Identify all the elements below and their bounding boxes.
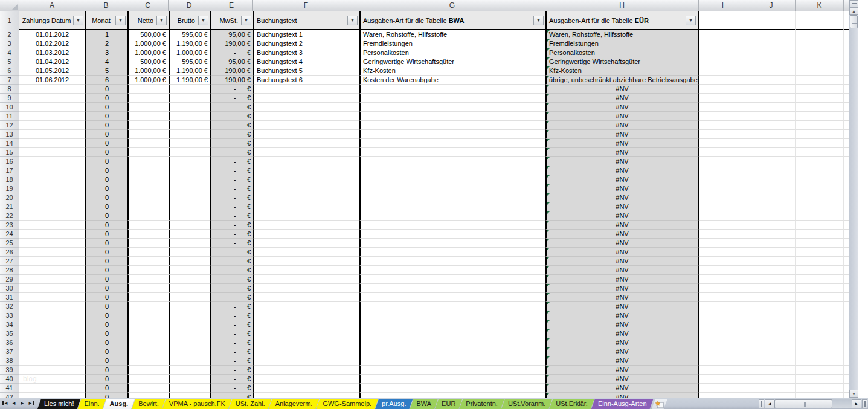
filter-dropdown-icon[interactable]: ▼ xyxy=(241,16,251,25)
cell[interactable]: 190,00 € xyxy=(210,39,253,48)
filter-dropdown-icon[interactable]: ▼ xyxy=(156,16,167,25)
row-header[interactable]: 32 xyxy=(0,302,19,311)
cell[interactable]: 0 xyxy=(85,347,127,356)
cell[interactable] xyxy=(796,157,844,166)
cell[interactable] xyxy=(127,257,169,266)
cell[interactable] xyxy=(253,94,359,103)
cell[interactable] xyxy=(699,221,747,230)
cell-header-monat[interactable]: Monat ▼ xyxy=(85,11,127,30)
cell[interactable] xyxy=(359,121,545,130)
cell[interactable] xyxy=(747,356,796,366)
sheet-tab[interactable]: Anlageverm. xyxy=(269,399,320,409)
cell[interactable] xyxy=(127,347,169,356)
cell[interactable] xyxy=(747,320,796,329)
cell[interactable] xyxy=(127,248,169,257)
cell[interactable] xyxy=(127,184,169,193)
sheet-tab[interactable]: VPMA - pausch.FK xyxy=(162,399,232,409)
row-header[interactable]: 23 xyxy=(0,221,19,230)
cell[interactable]: 0 xyxy=(85,311,127,320)
cell[interactable] xyxy=(796,347,844,356)
cell[interactable] xyxy=(359,375,545,384)
cell[interactable] xyxy=(359,230,545,239)
vertical-scrollbar[interactable]: ▲ ▼ xyxy=(849,0,858,398)
cell[interactable] xyxy=(699,112,747,121)
cell[interactable] xyxy=(359,166,545,175)
cell[interactable] xyxy=(253,266,359,275)
cell[interactable]: 0 xyxy=(85,94,127,103)
cell[interactable] xyxy=(359,221,545,230)
cell[interactable] xyxy=(747,338,796,347)
cell[interactable] xyxy=(699,248,747,257)
cell[interactable]: #NV xyxy=(545,121,699,130)
cell[interactable] xyxy=(19,356,85,366)
cell[interactable]: 500,00 € xyxy=(127,57,169,66)
scroll-left-icon[interactable]: ◄ xyxy=(765,399,774,408)
cell[interactable]: #NV xyxy=(545,320,699,329)
cell[interactable] xyxy=(796,257,844,266)
row-header[interactable]: 4 xyxy=(0,48,19,57)
cell[interactable]: 0 xyxy=(85,130,127,139)
cell[interactable] xyxy=(796,266,844,275)
cell[interactable] xyxy=(747,121,796,130)
cell[interactable]: 0 xyxy=(85,221,127,230)
row-header[interactable]: 6 xyxy=(0,66,19,76)
cell[interactable] xyxy=(796,302,844,311)
cell[interactable] xyxy=(796,338,844,347)
row-header[interactable]: 38 xyxy=(0,356,19,366)
cell[interactable]: - € xyxy=(210,157,253,166)
cell[interactable] xyxy=(169,347,210,356)
cell[interactable]: - € xyxy=(210,311,253,320)
row-header[interactable]: 33 xyxy=(0,311,19,320)
cell[interactable] xyxy=(19,157,85,166)
cell[interactable] xyxy=(359,139,545,148)
cell[interactable]: - € xyxy=(210,175,253,184)
cell[interactable]: Buchungstext 5 xyxy=(253,66,359,76)
cell[interactable]: - € xyxy=(210,239,253,248)
cell[interactable] xyxy=(253,85,359,94)
cell[interactable] xyxy=(796,121,844,130)
cell[interactable]: #NV xyxy=(545,130,699,139)
cell[interactable] xyxy=(359,211,545,221)
cell[interactable] xyxy=(169,356,210,366)
cell[interactable]: - € xyxy=(210,257,253,266)
sheet-tab[interactable]: Bewirt. xyxy=(132,399,166,409)
cell[interactable] xyxy=(359,157,545,166)
row-header[interactable]: 22 xyxy=(0,211,19,221)
cell[interactable]: - € xyxy=(210,112,253,121)
cell[interactable] xyxy=(169,384,210,393)
row-header[interactable]: 15 xyxy=(0,148,19,157)
cell[interactable] xyxy=(253,293,359,302)
cell[interactable] xyxy=(19,284,85,293)
cell[interactable] xyxy=(747,211,796,221)
cell[interactable] xyxy=(253,375,359,384)
cell[interactable] xyxy=(699,375,747,384)
cell[interactable] xyxy=(19,320,85,329)
row-header[interactable]: 27 xyxy=(0,257,19,266)
cell[interactable] xyxy=(19,347,85,356)
cell[interactable] xyxy=(127,366,169,375)
cell[interactable]: 595,00 € xyxy=(169,57,210,66)
cell[interactable] xyxy=(359,393,545,398)
cell[interactable]: 190,00 € xyxy=(210,76,253,85)
cell[interactable] xyxy=(747,30,796,39)
column-header[interactable]: H xyxy=(545,0,699,11)
cell[interactable] xyxy=(747,139,796,148)
cell[interactable]: - € xyxy=(210,139,253,148)
cell[interactable]: #NV xyxy=(545,266,699,275)
cell[interactable] xyxy=(253,338,359,347)
cell[interactable] xyxy=(747,85,796,94)
cell[interactable]: #NV xyxy=(545,366,699,375)
column-header[interactable]: J xyxy=(747,0,796,11)
row-header[interactable]: 21 xyxy=(0,202,19,211)
cell[interactable] xyxy=(359,320,545,329)
cell[interactable]: 0 xyxy=(85,184,127,193)
sheet-tab[interactable]: BWA xyxy=(410,399,438,409)
cell[interactable]: 0 xyxy=(85,193,127,202)
cell[interactable]: Kfz-Kosten xyxy=(359,66,545,76)
cell[interactable]: #NV xyxy=(545,302,699,311)
cell[interactable]: #NV xyxy=(545,239,699,248)
cell[interactable] xyxy=(747,293,796,302)
select-all-corner[interactable] xyxy=(0,0,19,11)
cell[interactable] xyxy=(699,384,747,393)
cell[interactable] xyxy=(796,57,844,66)
